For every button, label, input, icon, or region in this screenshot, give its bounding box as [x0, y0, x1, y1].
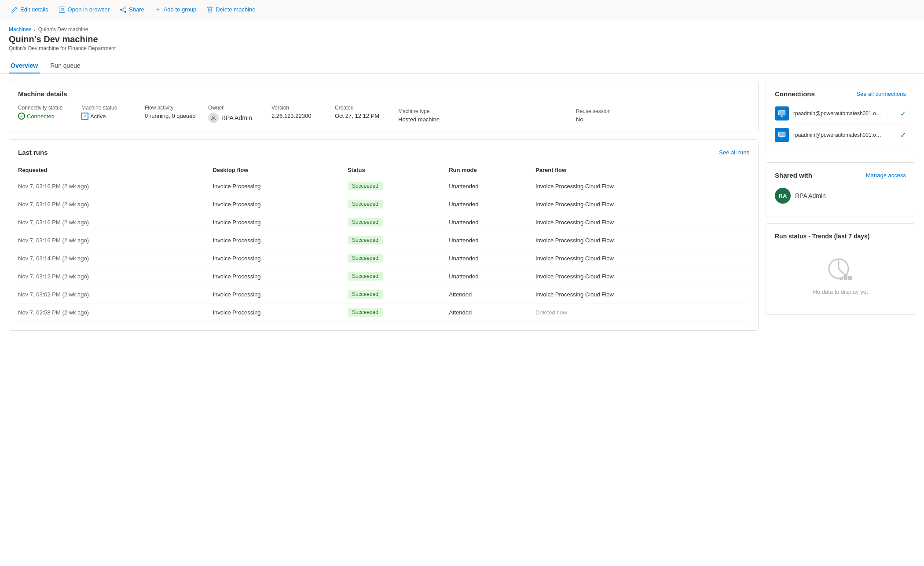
svg-rect-7: [844, 274, 847, 280]
cell-run-mode: Unattended: [449, 213, 535, 231]
monitor-icon: [778, 110, 786, 117]
breadcrumb-current: Quinn's Dev machine: [38, 26, 88, 33]
breadcrumb-parent[interactable]: Machines: [9, 26, 31, 33]
owner-value: RPA Admin: [208, 113, 261, 123]
connectivity-value: ✓ Connected: [18, 113, 71, 120]
cell-desktop-flow: Invoice Processing: [213, 285, 347, 303]
flow-activity-label: Flow activity: [145, 105, 198, 111]
right-column: Connections See all connections rpaadmin…: [766, 81, 915, 331]
cell-status: Succeeded: [348, 231, 449, 249]
tab-bar: Overview Run queue: [0, 58, 924, 74]
connections-title: Connections: [775, 90, 815, 98]
cell-requested: Nov 7, 03:02 PM (2 wk ago): [18, 285, 213, 303]
see-all-runs-button[interactable]: See all runs: [719, 149, 749, 156]
add-to-group-button[interactable]: Add to group: [150, 4, 201, 15]
cell-requested: Nov 7, 02:58 PM (2 wk ago): [18, 303, 213, 321]
cell-status: Succeeded: [348, 267, 449, 285]
table-row[interactable]: Nov 7, 03:12 PM (2 wk ago) Invoice Proce…: [18, 267, 749, 285]
machine-details-grid: Connectivity status ✓ Connected Machine …: [18, 105, 749, 123]
share-icon: [120, 7, 126, 13]
connection-icon: [775, 128, 789, 142]
cell-run-mode: Unattended: [449, 177, 535, 195]
no-data-text: No data to display yet: [813, 288, 868, 295]
cell-status: Succeeded: [348, 177, 449, 195]
connection-item[interactable]: rpaadmin@powerautomatesh001.onmicros... …: [775, 103, 906, 124]
connection-info: rpaadmin@powerautomatesh001.onmicro... R…: [793, 132, 896, 138]
created-value: Oct 27, 12:12 PM: [335, 113, 388, 119]
monitor-icon: [778, 131, 786, 139]
no-data-area: No data to display yet: [775, 247, 906, 306]
last-runs-title: Last runs: [18, 149, 48, 156]
cell-status: Succeeded: [348, 249, 449, 267]
cell-status: Succeeded: [348, 285, 449, 303]
open-in-browser-button[interactable]: Open in browser: [55, 4, 114, 15]
connections-header: Connections See all connections: [775, 90, 906, 98]
table-row[interactable]: Nov 7, 03:16 PM (2 wk ago) Invoice Proce…: [18, 177, 749, 195]
cell-desktop-flow: Invoice Processing: [213, 303, 347, 321]
cell-parent-flow: Invoice Processing Cloud Flow: [535, 213, 749, 231]
connections-card: Connections See all connections rpaadmin…: [766, 81, 915, 155]
cell-desktop-flow: Invoice Processing: [213, 267, 347, 285]
flow-activity-value: 0 running, 0 queued: [145, 113, 198, 119]
col-status: Status: [348, 163, 449, 177]
shared-with-header: Shared with Manage access: [775, 172, 906, 179]
add-icon: [155, 7, 161, 13]
cell-parent-flow: Invoice Processing Cloud Flow: [535, 177, 749, 195]
chevron-right-icon: ›: [34, 27, 35, 32]
shared-user-item: RA RPA Admin: [775, 184, 906, 207]
machine-type-label: Machine type: [398, 108, 451, 114]
run-trends-title: Run status - Trends (last 7 days): [775, 233, 906, 240]
table-row[interactable]: Nov 7, 03:02 PM (2 wk ago) Invoice Proce…: [18, 285, 749, 303]
table-row[interactable]: Nov 7, 03:16 PM (2 wk ago) Invoice Proce…: [18, 231, 749, 249]
edit-details-button[interactable]: Edit details: [7, 4, 53, 15]
owner-item: Owner RPA Admin: [208, 105, 261, 123]
col-run-mode: Run mode: [449, 163, 535, 177]
cell-run-mode: Unattended: [449, 267, 535, 285]
connection-status-icon: ✓: [900, 110, 906, 118]
see-all-connections-button[interactable]: See all connections: [856, 91, 906, 97]
cell-desktop-flow: Invoice Processing: [213, 177, 347, 195]
connection-status-icon: ✓: [900, 131, 906, 139]
delete-icon: [207, 7, 213, 13]
table-row[interactable]: Nov 7, 02:58 PM (2 wk ago) Invoice Proce…: [18, 303, 749, 321]
tab-run-queue[interactable]: Run queue: [48, 58, 82, 73]
last-runs-card: Last runs See all runs Requested Desktop…: [9, 139, 759, 331]
machine-type-value: Hosted machine: [398, 116, 451, 123]
tab-overview[interactable]: Overview: [9, 58, 40, 73]
version-item: Version 2.26.123.22300: [271, 105, 324, 123]
breadcrumb: Machines › Quinn's Dev machine: [9, 26, 915, 33]
connectivity-status-item: Connectivity status ✓ Connected: [18, 105, 71, 123]
person-icon: [210, 115, 216, 121]
cell-parent-flow: Deleted flow: [535, 303, 749, 321]
cell-desktop-flow: Invoice Processing: [213, 195, 347, 213]
shared-users-list: RA RPA Admin: [775, 184, 906, 207]
cell-parent-flow: Invoice Processing Cloud Flow: [535, 285, 749, 303]
last-runs-tbody: Nov 7, 03:16 PM (2 wk ago) Invoice Proce…: [18, 177, 749, 321]
owner-avatar: [208, 113, 219, 123]
cell-requested: Nov 7, 03:14 PM (2 wk ago): [18, 249, 213, 267]
cell-requested: Nov 7, 03:16 PM (2 wk ago): [18, 177, 213, 195]
reuse-session-value: No: [576, 116, 629, 123]
delete-machine-button[interactable]: Delete machine: [202, 4, 260, 15]
table-row[interactable]: Nov 7, 03:16 PM (2 wk ago) Invoice Proce…: [18, 195, 749, 213]
connectivity-label: Connectivity status: [18, 105, 71, 111]
owner-label: Owner: [208, 105, 261, 111]
connection-item[interactable]: rpaadmin@powerautomatesh001.onmicro... R…: [775, 124, 906, 146]
last-runs-table: Requested Desktop flow Status Run mode P…: [18, 163, 749, 321]
connected-icon: ✓: [18, 113, 25, 120]
cell-run-mode: Attended: [449, 303, 535, 321]
main-layout: Machine details Connectivity status ✓ Co…: [0, 74, 924, 338]
active-checkbox-icon: ✓: [81, 113, 88, 120]
cell-parent-flow: Invoice Processing Cloud Flow: [535, 267, 749, 285]
table-row[interactable]: Nov 7, 03:16 PM (2 wk ago) Invoice Proce…: [18, 213, 749, 231]
created-label: Created: [335, 105, 388, 111]
manage-access-button[interactable]: Manage access: [866, 172, 906, 179]
machine-status-value: ✓ Active: [81, 113, 134, 120]
share-button[interactable]: Share: [116, 4, 149, 15]
cell-run-mode: Unattended: [449, 249, 535, 267]
col-desktop-flow: Desktop flow: [213, 163, 347, 177]
table-header-row: Requested Desktop flow Status Run mode P…: [18, 163, 749, 177]
table-row[interactable]: Nov 7, 03:14 PM (2 wk ago) Invoice Proce…: [18, 249, 749, 267]
svg-rect-9: [840, 278, 843, 280]
reuse-session-item: Reuse session No: [576, 108, 629, 123]
